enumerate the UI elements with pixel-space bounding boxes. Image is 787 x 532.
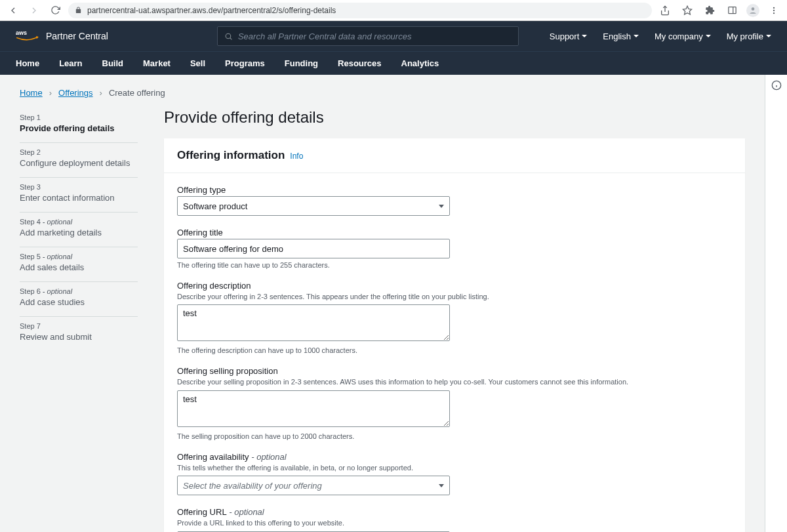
hint-offering-title: The offering title can have up to 255 ch…: [177, 261, 732, 269]
label-offering-type: Offering type: [177, 185, 732, 195]
nav-resources[interactable]: Resources: [338, 58, 381, 68]
step-sidebar: Step 1Provide offering detailsStep 2Conf…: [20, 108, 138, 532]
logo[interactable]: aws Partner Central: [16, 29, 108, 43]
select-offering-type[interactable]: Software product: [177, 196, 450, 216]
textarea-selling-proposition[interactable]: [177, 390, 450, 427]
kebab-icon[interactable]: [766, 3, 782, 18]
field-offering-description: Offering description Describe your offer…: [177, 281, 732, 354]
support-menu[interactable]: Support: [550, 31, 588, 41]
profile-menu[interactable]: My profile: [727, 31, 771, 41]
svg-point-5: [773, 7, 775, 8]
svg-marker-1: [683, 6, 691, 14]
label-availability: Offering availability - optional: [177, 452, 732, 462]
step-2[interactable]: Step 2Configure deployment details: [20, 143, 138, 178]
field-offering-type: Offering type Software product: [177, 185, 732, 216]
reload-icon[interactable]: [47, 3, 63, 18]
address-bar[interactable]: partnercentral-uat.awspartner.aws.dev/pa…: [68, 3, 652, 18]
svg-text:aws: aws: [16, 30, 27, 36]
input-offering-title[interactable]: [177, 239, 450, 258]
select-availability[interactable]: Select the availability of your offering: [177, 476, 450, 495]
field-availability: Offering availability - optional This te…: [177, 452, 732, 495]
step-number: Step 2: [20, 148, 138, 156]
chevron-down-icon: [582, 35, 587, 37]
language-menu[interactable]: English: [603, 31, 639, 41]
svg-point-7: [773, 12, 775, 13]
textarea-offering-description[interactable]: [177, 304, 450, 341]
browser-chrome: partnercentral-uat.awspartner.aws.dev/pa…: [0, 0, 787, 21]
nav-build[interactable]: Build: [102, 58, 124, 68]
step-6[interactable]: Step 6 - optionalAdd case studies: [20, 282, 138, 317]
step-title: Review and submit: [20, 332, 138, 342]
step-number: Step 3: [20, 183, 138, 191]
chevron-right-icon: ›: [49, 88, 52, 98]
step-number: Step 5 - optional: [20, 253, 138, 260]
field-selling-proposition: Offering selling proposition Describe yo…: [177, 366, 732, 440]
select-value: Software product: [183, 201, 247, 211]
step-number: Step 6 - optional: [20, 287, 138, 295]
svg-point-6: [773, 9, 775, 10]
select-placeholder: Select the availability of your offering: [183, 481, 322, 491]
svg-line-10: [230, 37, 232, 39]
lock-icon: [75, 7, 82, 14]
star-icon[interactable]: [679, 3, 695, 18]
search-field[interactable]: [238, 31, 512, 41]
nav-market[interactable]: Market: [143, 58, 171, 68]
chevron-down-icon: [634, 35, 639, 37]
url-text: partnercentral-uat.awspartner.aws.dev/pa…: [87, 6, 336, 15]
label-offering-description: Offering description: [177, 281, 732, 291]
chevron-right-icon: ›: [100, 88, 102, 98]
breadcrumb: Home › Offerings › Create offering: [20, 88, 745, 98]
panel-title: Offering information: [177, 149, 285, 162]
brand-text: Partner Central: [46, 31, 108, 41]
step-number: Step 7: [20, 322, 138, 330]
nav-sell[interactable]: Sell: [190, 58, 205, 68]
chevron-down-icon: [439, 205, 444, 208]
sublabel-availability: This tells whether the offering is avail…: [177, 463, 732, 473]
field-offering-url: Offering URL - optional Provide a URL li…: [177, 507, 732, 532]
page-title: Provide offering details: [164, 108, 745, 127]
nav-learn[interactable]: Learn: [59, 58, 82, 68]
step-number: Step 1: [20, 113, 138, 121]
step-title: Configure deployment details: [20, 158, 138, 168]
forward-icon[interactable]: [26, 3, 42, 18]
avatar[interactable]: [746, 4, 759, 17]
step-5[interactable]: Step 5 - optionalAdd sales details: [20, 247, 138, 282]
nav-funding[interactable]: Funding: [285, 58, 318, 68]
svg-rect-2: [728, 7, 735, 14]
step-title: Provide offering details: [20, 123, 138, 133]
step-3[interactable]: Step 3Enter contact information: [20, 178, 138, 213]
field-offering-title: Offering title The offering title can ha…: [177, 228, 732, 269]
nav-home[interactable]: Home: [16, 58, 39, 68]
sublabel-selling-proposition: Describe your selling proposition in 2-3…: [177, 377, 732, 387]
sublabel-offering-description: Describe your offering in 2-3 sentences.…: [177, 292, 732, 302]
step-4[interactable]: Step 4 - optionalAdd marketing details: [20, 213, 138, 247]
step-1[interactable]: Step 1Provide offering details: [20, 108, 138, 143]
label-selling-proposition: Offering selling proposition: [177, 366, 732, 376]
breadcrumb-offerings[interactable]: Offerings: [58, 88, 93, 98]
breadcrumb-home[interactable]: Home: [20, 88, 43, 98]
label-offering-title: Offering title: [177, 228, 732, 237]
step-title: Add marketing details: [20, 228, 138, 237]
main-nav: Home Learn Build Market Sell Programs Fu…: [0, 51, 787, 75]
panel-icon[interactable]: [724, 3, 740, 18]
aws-logo-icon: aws: [16, 29, 39, 43]
info-rail[interactable]: [765, 75, 787, 532]
search-input[interactable]: [217, 26, 519, 46]
company-menu[interactable]: My company: [655, 31, 711, 41]
share-icon[interactable]: [657, 3, 673, 18]
nav-analytics[interactable]: Analytics: [401, 58, 439, 68]
chevron-down-icon: [766, 35, 771, 37]
info-icon: [771, 80, 782, 91]
app-header: aws Partner Central Support English My c…: [0, 21, 787, 75]
chevron-down-icon: [439, 484, 444, 487]
extensions-icon[interactable]: [702, 3, 717, 18]
info-link[interactable]: Info: [290, 152, 303, 161]
nav-programs[interactable]: Programs: [225, 58, 265, 68]
hint-selling-proposition: The selling proposition can have up to 2…: [177, 432, 732, 440]
svg-point-9: [226, 33, 231, 39]
step-7[interactable]: Step 7Review and submit: [20, 317, 138, 351]
back-icon[interactable]: [5, 3, 21, 18]
chevron-down-icon: [706, 35, 711, 37]
label-offering-url: Offering URL - optional: [177, 507, 732, 517]
offering-info-panel: Offering information Info Offering type …: [164, 138, 745, 532]
